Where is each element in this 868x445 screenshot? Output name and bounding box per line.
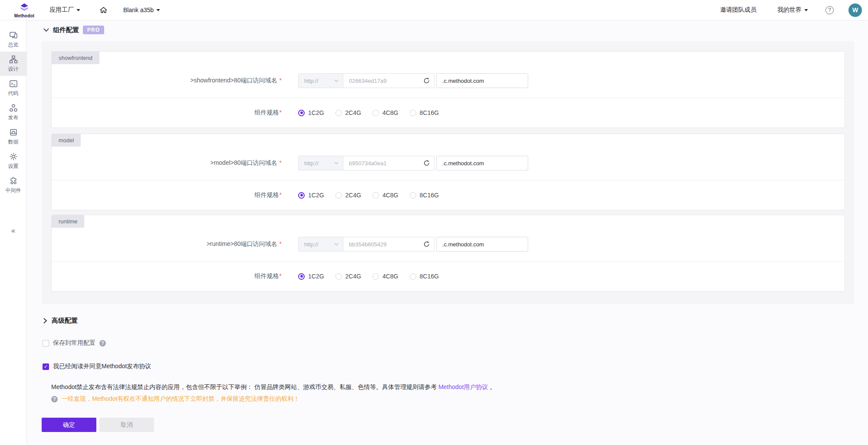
radio-1c2g[interactable]: 1C2G xyxy=(298,109,324,116)
sidebar-item-label: 发布 xyxy=(8,114,19,121)
required-mark: * xyxy=(279,272,282,279)
save-common-config-row: 保存到常用配置 ? xyxy=(43,339,106,347)
user-agreement-link[interactable]: Methodot用户协议 xyxy=(438,383,488,390)
subdomain-input[interactable]: bb354b605429 xyxy=(343,237,434,252)
radio-circle xyxy=(335,110,342,116)
radio-circle xyxy=(298,192,305,199)
app-name-menu[interactable]: Blank a35b xyxy=(123,7,160,13)
spec-radio-group: 1C2G 2C4G 4C8G 8C16G xyxy=(298,192,439,199)
advanced-config-header[interactable]: 高级配置 xyxy=(43,317,78,325)
radio-2c4g[interactable]: 2C4G xyxy=(335,109,362,116)
help-icon[interactable]: ? xyxy=(825,6,834,14)
radio-circle xyxy=(372,273,379,280)
save-common-checkbox[interactable] xyxy=(43,340,49,347)
sidebar-item-code[interactable]: 代码 xyxy=(0,76,26,100)
sidebar-item-label: 数据 xyxy=(8,138,19,146)
subdomain-input[interactable]: 026634ed17a9 xyxy=(343,73,434,88)
domain-row: >runtime>80端口访问域名* http:// bb354b605429 xyxy=(52,215,845,262)
sidebar-item-middleware[interactable]: 中间件 xyxy=(0,173,26,197)
sidebar-item-label: 设置 xyxy=(8,163,19,170)
top-navbar: Methodot 应用工厂 Blank a35b 邀请团队成员 我的世界 xyxy=(0,0,868,20)
chevron-down-icon xyxy=(43,28,49,32)
page: Methodot 应用工厂 Blank a35b 邀请团队成员 我的世界 xyxy=(0,0,868,445)
sidebar-item-overview[interactable]: 总览 xyxy=(0,27,26,52)
domain-controls: http:// bb354b605429 .c.methodot.com xyxy=(298,237,528,252)
sidebar-collapse-button[interactable]: « xyxy=(0,224,26,237)
radio-circle xyxy=(298,273,305,280)
chevron-right-icon xyxy=(43,318,47,324)
sidebar-item-publish[interactable]: 发布 xyxy=(0,100,26,124)
radio-8c16g[interactable]: 8C16G xyxy=(410,192,439,199)
domain-row: >showfrontend>80端口访问域名* http:// 026634ed… xyxy=(52,52,845,98)
navbar-right: 邀请团队成员 我的世界 ? W xyxy=(720,3,868,17)
confirm-button[interactable]: 确定 xyxy=(42,418,96,432)
radio-2c4g[interactable]: 2C4G xyxy=(335,192,362,199)
spec-row: 组件规格* 1C2G 2C4G 4C8G 8C16G xyxy=(52,262,845,291)
home-icon xyxy=(99,6,108,14)
agreement-label: 我已经阅读并同意Methodot发布协议 xyxy=(53,363,151,370)
subdomain-input[interactable]: b950734a0ea1 xyxy=(343,156,434,170)
component-config-header[interactable]: 组件配置 PRO xyxy=(43,26,104,34)
code-icon xyxy=(9,79,18,88)
middleware-icon xyxy=(9,177,18,185)
radio-circle xyxy=(298,110,305,116)
refresh-icon[interactable] xyxy=(424,78,430,84)
chevron-down-icon xyxy=(334,243,339,245)
domain-suffix-input[interactable]: .c.methodot.com xyxy=(436,73,528,88)
publish-icon xyxy=(9,104,18,112)
radio-8c16g[interactable]: 8C16G xyxy=(410,273,439,280)
warning-row: ? 一经发现，Methodot有权在不通知用户的情况下立即封禁，并保留追究法律责… xyxy=(51,395,299,403)
avatar[interactable]: W xyxy=(848,3,862,17)
radio-1c2g[interactable]: 1C2G xyxy=(298,273,324,280)
protocol-select[interactable]: http:// xyxy=(298,156,343,170)
component-tab: runtime xyxy=(52,215,84,228)
sidebar-item-data[interactable]: 数据 xyxy=(0,124,26,149)
radio-4c8g[interactable]: 4C8G xyxy=(372,109,398,116)
domain-label: >model>80端口访问域名* xyxy=(52,159,282,167)
spec-label: 组件规格* xyxy=(52,109,282,117)
methodot-logo-icon xyxy=(19,2,30,13)
component-tab: showfrontend xyxy=(52,52,99,64)
radio-8c16g[interactable]: 8C16G xyxy=(410,109,439,116)
help-icon[interactable]: ? xyxy=(99,340,106,347)
sidebar-item-settings[interactable]: 设置 xyxy=(0,149,26,173)
chevron-down-icon xyxy=(334,79,339,82)
radio-4c8g[interactable]: 4C8G xyxy=(372,192,398,199)
component-config-panel: showfrontend >showfrontend>80端口访问域名* htt… xyxy=(42,41,854,304)
cancel-button[interactable]: 取消 xyxy=(99,418,154,432)
invite-members-button[interactable]: 邀请团队成员 xyxy=(720,6,756,14)
domain-suffix-input[interactable]: .c.methodot.com xyxy=(436,156,528,170)
my-world-menu[interactable]: 我的世界 xyxy=(777,6,808,14)
radio-circle xyxy=(372,110,379,116)
spec-label: 组件规格* xyxy=(52,272,282,280)
protocol-select[interactable]: http:// xyxy=(298,73,343,88)
protocol-select[interactable]: http:// xyxy=(298,237,343,252)
radio-1c2g[interactable]: 1C2G xyxy=(298,192,324,199)
component-card-showfrontend: showfrontend >showfrontend>80端口访问域名* htt… xyxy=(51,51,845,128)
radio-2c4g[interactable]: 2C4G xyxy=(335,273,362,280)
domain-row: >model>80端口访问域名* http:// b950734a0ea1 xyxy=(52,134,845,180)
pro-badge: PRO xyxy=(83,26,104,34)
methodot-logo-text: Methodot xyxy=(14,13,35,18)
radio-circle xyxy=(335,273,342,280)
radio-circle xyxy=(335,192,342,199)
required-mark: * xyxy=(279,77,282,84)
policy-paragraph: Methodot禁止发布含有法律法规禁止内容的应用，包含但不限于以下举例： 仿冒… xyxy=(51,383,702,391)
methodot-logo[interactable]: Methodot xyxy=(6,2,43,18)
app-factory-menu[interactable]: 应用工厂 xyxy=(49,6,80,14)
spec-radio-group: 1C2G 2C4G 4C8G 8C16G xyxy=(298,109,439,116)
domain-controls: http:// b950734a0ea1 .c.methodot.com xyxy=(298,156,528,170)
home-button[interactable] xyxy=(99,6,108,14)
refresh-icon[interactable] xyxy=(424,241,430,247)
refresh-icon[interactable] xyxy=(424,160,430,166)
sidebar-item-label: 总览 xyxy=(8,41,19,49)
settings-icon xyxy=(9,152,18,161)
navbar-left: Methodot 应用工厂 Blank a35b xyxy=(0,2,160,18)
radio-circle xyxy=(410,273,416,280)
advanced-title: 高级配置 xyxy=(52,317,78,325)
sidebar-item-design[interactable]: 设计 xyxy=(0,52,26,76)
domain-suffix-input[interactable]: .c.methodot.com xyxy=(436,237,528,252)
radio-4c8g[interactable]: 4C8G xyxy=(372,273,398,280)
agreement-checkbox[interactable]: ✓ xyxy=(43,363,49,370)
required-mark: * xyxy=(279,159,282,166)
